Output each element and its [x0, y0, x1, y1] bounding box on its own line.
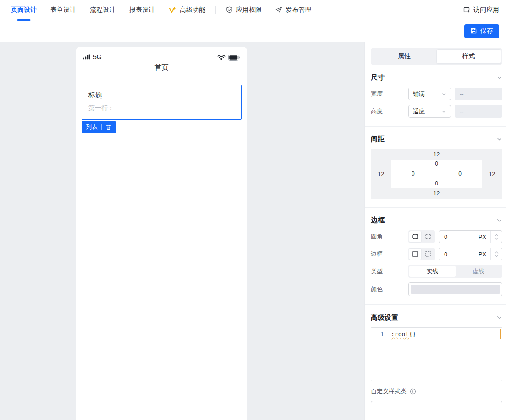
width-value-input[interactable]: --: [455, 88, 502, 100]
nav-tab-release-management[interactable]: 发布管理: [275, 0, 311, 20]
radius-input[interactable]: 0 PX: [439, 230, 502, 243]
chevron-down-icon: [496, 136, 502, 142]
section-advanced-header[interactable]: 高级设置: [371, 312, 502, 322]
border-type-label: 类型: [371, 267, 408, 276]
section-size-header[interactable]: 尺寸: [371, 72, 502, 83]
border-type-solid-option[interactable]: 实线: [409, 266, 456, 277]
border-mode-group: [408, 248, 435, 260]
save-button[interactable]: 保存: [464, 24, 499, 38]
padding-right-value[interactable]: 0: [458, 171, 462, 177]
nav-tab-page-design[interactable]: 页面设计: [11, 0, 37, 20]
width-mode-value: 铺满: [413, 90, 425, 98]
shield-check-icon: [226, 6, 233, 13]
chevron-down-icon: [496, 217, 502, 223]
section-border: 边框 圆角 0: [365, 208, 506, 304]
access-app-label: 访问应用: [473, 6, 499, 14]
nav-tab-label: 高级功能: [180, 6, 205, 14]
code-keyword: :root: [391, 331, 409, 337]
design-canvas[interactable]: 5G 首页 标题 第一行： 列表: [0, 42, 364, 420]
component-tag[interactable]: 列表: [82, 121, 116, 133]
cellular-signal-icon: [83, 54, 91, 60]
section-size: 尺寸 宽度 铺满 -- 高度: [365, 65, 506, 126]
status-right: [217, 55, 240, 61]
nav-tab-advanced-features[interactable]: 高级功能: [169, 0, 205, 20]
selected-list-component[interactable]: 标题 第一行：: [82, 85, 242, 120]
border-type-dashed-option[interactable]: 虚线: [456, 266, 502, 277]
margin-bottom-value[interactable]: 12: [371, 190, 502, 197]
width-mode-select[interactable]: 铺满: [408, 88, 451, 100]
radius-all-corners-button[interactable]: [409, 231, 421, 242]
section-border-header[interactable]: 边框: [371, 215, 502, 225]
border-width-value: 0: [444, 251, 478, 258]
nav-tab-form-design[interactable]: 表单设计: [50, 0, 76, 20]
margin-right-value[interactable]: 12: [482, 171, 502, 177]
section-size-title: 尺寸: [371, 73, 385, 82]
nav-divider: [215, 6, 216, 14]
radius-stepper[interactable]: [490, 231, 502, 243]
section-spacing: 间距 12 12 12 12 0 0 0 0: [365, 127, 506, 207]
section-border-title: 边框: [371, 216, 385, 225]
char-counter: 0/100: [484, 419, 497, 420]
network-type-label: 5G: [93, 53, 102, 61]
radius-mode-group: [408, 230, 435, 243]
toolbar: 保存: [0, 20, 506, 42]
phone-preview: 5G 首页 标题 第一行： 列表: [76, 47, 248, 420]
info-icon[interactable]: [410, 388, 416, 395]
height-mode-select[interactable]: 适应: [408, 105, 451, 118]
list-item-line: 第一行：: [88, 104, 235, 112]
phone-page-title: 首页: [76, 61, 248, 77]
battery-icon: [228, 55, 240, 61]
paper-plane-icon: [275, 6, 282, 13]
border-each-side-button[interactable]: [422, 249, 434, 260]
height-label: 高度: [371, 107, 408, 116]
tab-properties[interactable]: 属性: [372, 49, 436, 64]
spacing-box: 12 12 12 12 0 0 0 0: [371, 149, 502, 199]
border-width-unit: PX: [478, 251, 490, 258]
border-width-stepper[interactable]: [490, 248, 502, 260]
section-spacing-header[interactable]: 间距: [371, 134, 502, 144]
nav-tab-label: 表单设计: [50, 6, 76, 14]
nav-tab-flow-design[interactable]: 流程设计: [90, 0, 116, 20]
access-app-button[interactable]: 访问应用: [463, 6, 499, 14]
tag-divider: [101, 124, 102, 130]
custom-class-label: 自定义样式类: [371, 387, 407, 396]
custom-class-textarea[interactable]: 0/100: [371, 401, 502, 420]
phone-status-bar: 5G: [76, 47, 248, 61]
nav-tabs: 页面设计 表单设计 流程设计 报表设计 高级功能 应用权限: [11, 0, 463, 20]
save-icon: [470, 28, 477, 34]
border-width-label: 边框: [371, 250, 408, 258]
magic-sparkle-icon: [169, 6, 176, 14]
radius-value: 0: [444, 233, 478, 240]
radius-each-corner-button[interactable]: [422, 231, 434, 242]
code-rest: {}: [409, 331, 416, 337]
phone-body: 标题 第一行： 列表: [76, 77, 248, 140]
nav-tab-report-design[interactable]: 报表设计: [129, 0, 155, 20]
code-content: :root{}: [388, 328, 416, 381]
chevron-down-icon: [441, 92, 446, 97]
nav-tab-label: 报表设计: [129, 6, 155, 14]
status-left: 5G: [83, 53, 102, 61]
top-nav: 页面设计 表单设计 流程设计 报表设计 高级功能 应用权限: [0, 0, 506, 20]
width-label: 宽度: [371, 90, 408, 98]
nav-tab-label: 页面设计: [11, 6, 37, 14]
padding-bottom-value[interactable]: 0: [391, 180, 482, 187]
chevron-down-icon: [496, 75, 502, 81]
border-width-input[interactable]: 0 PX: [439, 248, 502, 260]
height-value-input[interactable]: --: [455, 105, 502, 118]
trash-icon[interactable]: [105, 124, 112, 130]
margin-top-value[interactable]: 12: [371, 151, 502, 158]
border-color-label: 颜色: [371, 285, 408, 293]
chevron-down-icon: [441, 109, 446, 114]
border-all-sides-button[interactable]: [409, 249, 421, 260]
border-color-swatch: [411, 285, 500, 294]
border-color-picker[interactable]: [408, 282, 502, 296]
tab-style[interactable]: 样式: [436, 49, 501, 64]
css-code-editor[interactable]: 1 :root{}: [371, 327, 502, 381]
properties-panel: 属性 样式 尺寸 宽度 铺满 --: [364, 42, 506, 420]
padding-top-value[interactable]: 0: [391, 160, 482, 167]
height-row: 高度 适应 --: [371, 105, 502, 118]
margin-left-value[interactable]: 12: [371, 171, 391, 177]
padding-left-value[interactable]: 0: [412, 171, 415, 177]
nav-tab-app-permissions[interactable]: 应用权限: [226, 0, 262, 20]
border-width-row: 边框 0 PX: [371, 248, 502, 260]
